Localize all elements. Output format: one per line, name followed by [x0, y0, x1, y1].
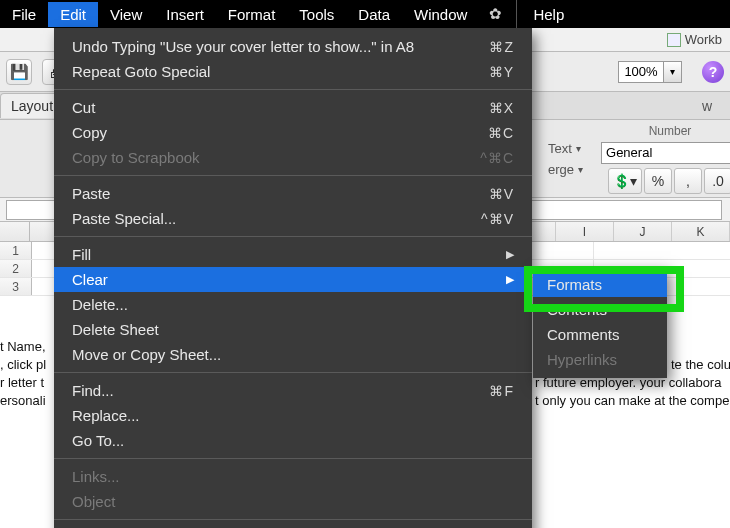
ribbon-tab-label: Layout	[11, 98, 53, 114]
edit-goto[interactable]: Go To...	[54, 428, 532, 453]
menu-edit[interactable]: Edit	[48, 2, 98, 27]
edit-replace[interactable]: Replace...	[54, 403, 532, 428]
submenu-arrow-icon: ▶	[506, 248, 514, 261]
clear-comments[interactable]: Comments	[533, 322, 667, 347]
save-button[interactable]: 💾	[6, 59, 32, 85]
merge-label: erge	[548, 162, 574, 177]
edit-move-copy-sheet[interactable]: Move or Copy Sheet...	[54, 342, 532, 367]
edit-find[interactable]: Find...⌘F	[54, 378, 532, 403]
row-header[interactable]: 1	[0, 242, 32, 259]
menu-format[interactable]: Format	[216, 2, 288, 27]
row-header[interactable]: 3	[0, 278, 32, 295]
submenu-arrow-icon: ▶	[506, 273, 514, 286]
ribbon-number-group: Number 💲▾ % , .0	[601, 124, 730, 194]
sheet-text-fragment-left: t Name, , click pl r letter t ersonali	[0, 338, 60, 410]
col-header[interactable]: J	[614, 222, 672, 241]
chevron-down-icon[interactable]: ▾	[576, 143, 581, 154]
edit-clear[interactable]: Clear▶	[54, 267, 532, 292]
gear-icon[interactable]: ✿	[479, 1, 512, 27]
menu-file[interactable]: File	[0, 2, 48, 27]
select-all-corner[interactable]	[0, 222, 30, 241]
edit-delete[interactable]: Delete...	[54, 292, 532, 317]
edit-delete-sheet[interactable]: Delete Sheet	[54, 317, 532, 342]
currency-button[interactable]: 💲▾	[608, 168, 642, 194]
edit-copy-scrapbook: Copy to Scrapbook^⌘C	[54, 145, 532, 170]
edit-copy[interactable]: Copy⌘C	[54, 120, 532, 145]
comma-button[interactable]: ,	[674, 168, 702, 194]
edit-undo[interactable]: Undo Typing "Use your cover letter to sh…	[54, 34, 532, 59]
menu-tools[interactable]: Tools	[287, 2, 346, 27]
workbook-label: Workb	[685, 32, 722, 47]
edit-object: Object	[54, 489, 532, 514]
clear-formats[interactable]: Formats	[533, 272, 667, 297]
zoom-input[interactable]	[618, 61, 664, 83]
zoom-control: ▾	[618, 61, 682, 83]
menu-view[interactable]: View	[98, 2, 154, 27]
help-icon[interactable]: ?	[702, 61, 724, 83]
percent-button[interactable]: %	[644, 168, 672, 194]
menu-data[interactable]: Data	[346, 2, 402, 27]
number-format-select[interactable]	[601, 142, 730, 164]
edit-paste[interactable]: Paste⌘V	[54, 181, 532, 206]
ribbon-align-group: Text▾ erge▾	[548, 141, 589, 177]
clear-hyperlinks: Hyperlinks	[533, 347, 667, 372]
edit-repeat[interactable]: Repeat Goto Special⌘Y	[54, 59, 532, 84]
col-header[interactable]: K	[672, 222, 730, 241]
number-group-header: Number	[601, 124, 730, 138]
menu-insert[interactable]: Insert	[154, 2, 216, 27]
menubar: File Edit View Insert Format Tools Data …	[0, 0, 730, 28]
menu-help[interactable]: Help	[521, 2, 576, 27]
edit-links: Links...	[54, 464, 532, 489]
clear-contents[interactable]: Contents	[533, 297, 667, 322]
clear-submenu: Formats Contents Comments Hyperlinks	[533, 266, 667, 378]
edit-cut[interactable]: Cut⌘X	[54, 95, 532, 120]
edit-fill[interactable]: Fill▶	[54, 242, 532, 267]
col-header[interactable]: I	[556, 222, 614, 241]
chevron-down-icon[interactable]: ▾	[578, 164, 583, 175]
menu-window[interactable]: Window	[402, 2, 479, 27]
workbook-tab[interactable]: Workb	[659, 30, 730, 49]
edit-paste-special[interactable]: Paste Special...^⌘V	[54, 206, 532, 231]
workbook-icon	[667, 33, 681, 47]
wrap-text-label: Text	[548, 141, 572, 156]
row-header[interactable]: 2	[0, 260, 32, 277]
edit-menu: Undo Typing "Use your cover letter to sh…	[54, 28, 532, 528]
decrease-decimal-button[interactable]: .0	[704, 168, 730, 194]
zoom-dropdown[interactable]: ▾	[664, 61, 682, 83]
ribbon-tab-right[interactable]: w	[692, 94, 730, 118]
